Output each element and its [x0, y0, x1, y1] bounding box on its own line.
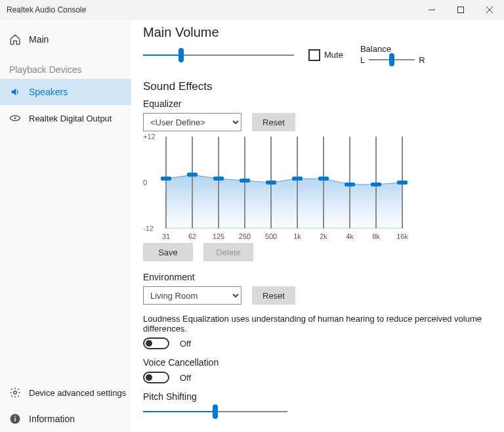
eq-band-16k[interactable]: 16k	[399, 137, 406, 240]
window-title: Realtek Audio Console	[7, 5, 417, 14]
label-voice-cancellation: Voice Cancellation	[143, 357, 484, 368]
titlebar: Realtek Audio Console	[0, 0, 504, 20]
equalizer-reset-button[interactable]: Reset	[252, 113, 295, 131]
sidebar-item-main[interactable]: Main	[0, 26, 131, 53]
svg-point-5	[14, 118, 16, 119]
eq-band-4k[interactable]: 4k	[346, 137, 353, 240]
eq-band-8k[interactable]: 8k	[373, 137, 379, 240]
main-panel: Main Volume Mute Balance L R	[131, 20, 504, 432]
svg-rect-8	[14, 418, 16, 421]
sidebar-item-info[interactable]: Information	[0, 406, 131, 432]
eq-band-62[interactable]: 62	[189, 137, 196, 240]
eq-band-label: 4k	[342, 232, 358, 240]
label-equalizer: Equalizer	[143, 98, 484, 109]
sidebar: Main Playback Devices Speakers Realtek D…	[0, 20, 131, 432]
minimize-icon	[429, 7, 435, 13]
eq-axis-mid: 0	[143, 179, 147, 186]
eq-band-1k[interactable]: 1k	[294, 137, 301, 240]
sidebar-item-label: Information	[29, 414, 75, 424]
info-icon	[9, 413, 21, 425]
sidebar-item-label: Device advanced settings	[29, 388, 126, 398]
sidebar-item-label: Speakers	[29, 87, 68, 97]
speaker-icon	[9, 86, 21, 98]
svg-point-6	[14, 391, 17, 395]
main-volume-slider[interactable]	[143, 49, 294, 61]
svg-rect-1	[458, 7, 464, 13]
eq-axis-bot: -12	[143, 225, 154, 232]
balance-slider[interactable]	[369, 54, 415, 66]
eq-band-500[interactable]: 500	[268, 137, 274, 240]
voice-cancel-state: Off	[180, 373, 191, 383]
maximize-button[interactable]	[446, 0, 475, 20]
equalizer-preset-select[interactable]: <User Define>	[143, 113, 242, 131]
voice-cancel-toggle[interactable]	[143, 372, 169, 383]
maximize-icon	[457, 7, 464, 13]
eq-band-2k[interactable]: 2k	[320, 137, 327, 240]
svg-rect-9	[14, 416, 16, 418]
loudness-desc: Loudness Equalization uses understanding…	[143, 314, 484, 334]
sidebar-item-advanced[interactable]: Device advanced settings	[0, 379, 131, 406]
balance-l: L	[360, 55, 365, 65]
digital-output-icon	[9, 112, 21, 124]
equalizer-chart: +12 0 -12 31621252505001k2k4k8k16k	[143, 137, 484, 242]
eq-band-label: 250	[237, 232, 253, 240]
label-pitch-shifting: Pitch Shifting	[143, 391, 484, 402]
eq-band-label: 31	[158, 232, 174, 240]
environment-reset-button[interactable]: Reset	[252, 286, 295, 305]
equalizer-delete-button[interactable]: Delete	[203, 243, 253, 261]
loudness-state: Off	[180, 339, 191, 349]
environment-select[interactable]: Living Room	[143, 286, 242, 305]
eq-band-125[interactable]: 125	[215, 137, 222, 240]
eq-band-label: 8k	[368, 232, 384, 240]
eq-band-label: 500	[263, 232, 279, 240]
eq-band-label: 2k	[316, 232, 331, 240]
mute-label: Mute	[324, 50, 343, 60]
label-environment: Environment	[143, 272, 484, 282]
pitch-slider[interactable]	[143, 406, 287, 418]
close-icon	[486, 7, 493, 13]
eq-band-label: 1k	[289, 232, 305, 240]
mute-checkbox[interactable]	[308, 49, 320, 61]
eq-band-250[interactable]: 250	[242, 137, 248, 240]
sidebar-item-speakers[interactable]: Speakers	[0, 79, 131, 105]
equalizer-save-button[interactable]: Save	[143, 243, 193, 261]
home-icon	[9, 33, 21, 45]
heading-sound-effects: Sound Effects	[143, 80, 484, 93]
sidebar-item-label: Main	[29, 34, 49, 45]
eq-band-31[interactable]: 31	[163, 137, 169, 240]
minimize-button[interactable]	[417, 0, 446, 20]
sidebar-item-digital[interactable]: Realtek Digital Output	[0, 105, 131, 131]
sidebar-item-label: Realtek Digital Output	[29, 114, 112, 123]
eq-axis-top: +12	[143, 133, 156, 140]
eq-band-label: 16k	[394, 232, 410, 240]
balance-label: Balance	[360, 44, 425, 54]
loudness-toggle[interactable]	[143, 337, 169, 349]
eq-band-label: 125	[211, 232, 226, 240]
eq-band-label: 62	[184, 232, 200, 240]
sidebar-section-playback: Playback Devices	[0, 53, 131, 79]
heading-main-volume: Main Volume	[143, 25, 484, 40]
balance-r: R	[419, 55, 425, 65]
close-button[interactable]	[475, 0, 504, 20]
gear-icon	[9, 387, 21, 399]
